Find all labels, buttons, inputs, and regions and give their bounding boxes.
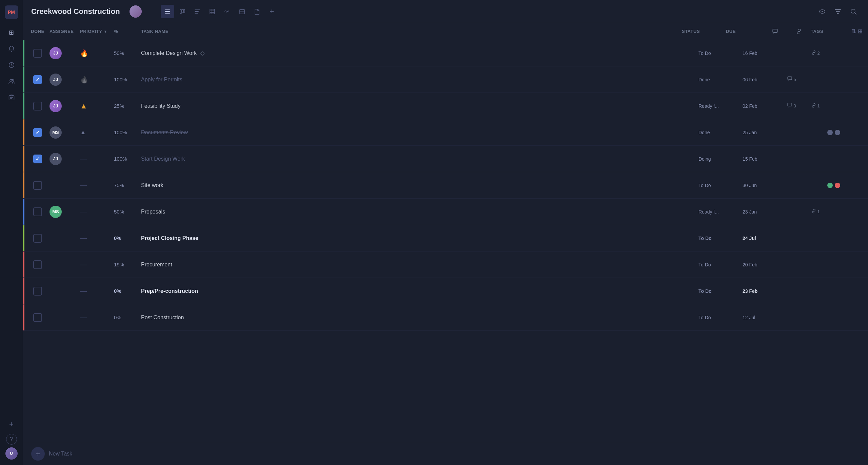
watch-icon[interactable] [816, 5, 829, 18]
task-due-cell[interactable]: 15 Feb [743, 156, 780, 162]
task-checkbox[interactable] [33, 49, 42, 58]
task-assignee-cell: JJ [50, 100, 80, 112]
table-row[interactable]: MS—50%ProposalsReady f...23 Jan1 [23, 199, 868, 225]
task-name-cell[interactable]: Procurement [141, 262, 698, 268]
task-due-cell[interactable]: 12 Jul [743, 315, 780, 320]
task-due-cell[interactable]: 23 Jan [743, 209, 780, 215]
task-name-cell[interactable]: Prep/Pre-construction [141, 288, 698, 294]
task-name-cell[interactable]: Proposals [141, 209, 698, 215]
sidebar-item-home[interactable]: ⊞ [5, 26, 18, 39]
task-checkbox[interactable] [33, 155, 42, 163]
table-row[interactable]: JJ▲25%Feasibility StudyReady f...02 Feb3… [23, 93, 868, 119]
task-due-cell[interactable]: 16 Feb [743, 50, 780, 56]
col-priority[interactable]: PRIORITY ▼ [80, 29, 114, 34]
task-status-cell[interactable]: Done [698, 77, 743, 82]
task-checkbox[interactable] [33, 128, 42, 137]
task-status-cell[interactable]: Ready f... [698, 103, 743, 109]
task-list: JJ🔥50%Complete Design Work ◇To Do16 Feb2… [23, 40, 868, 442]
list-view-button[interactable] [161, 5, 174, 18]
board-view-button[interactable] [176, 5, 189, 18]
add-view-button[interactable]: + [265, 5, 279, 18]
task-checkbox[interactable] [33, 287, 42, 296]
sidebar-item-projects[interactable] [5, 91, 18, 104]
timeline-view-button[interactable] [220, 5, 234, 18]
task-checkbox[interactable] [33, 260, 42, 269]
table-row[interactable]: —0%Prep/Pre-constructionTo Do23 Feb [23, 278, 868, 304]
task-due-cell[interactable]: 20 Feb [743, 262, 780, 267]
task-checkbox[interactable] [33, 207, 42, 216]
task-checkbox[interactable] [33, 313, 42, 322]
task-name-cell[interactable]: Site work [141, 182, 698, 188]
comment-icon [787, 103, 793, 109]
task-status-cell[interactable]: To Do [698, 50, 743, 56]
sidebar-add-icon[interactable]: + [5, 418, 18, 431]
assignee-avatar[interactable]: JJ [50, 100, 62, 112]
task-name-cell[interactable]: Start Design Work [141, 156, 698, 162]
table-row[interactable]: —75%Site workTo Do30 Jun [23, 172, 868, 199]
priority-icon: ▲ [80, 129, 86, 136]
task-name-cell[interactable]: Project Closing Phase [141, 235, 698, 241]
search-button[interactable] [847, 5, 860, 18]
task-due-cell[interactable]: 25 Jan [743, 130, 780, 135]
sidebar-item-users[interactable] [5, 75, 18, 88]
task-name-cell[interactable]: Post Construction [141, 315, 698, 321]
table-row[interactable]: JJ🔥100%Apply for PermitsDone06 Feb5 [23, 66, 868, 93]
task-priority-cell: — [80, 234, 114, 242]
sidebar-help-icon[interactable]: ? [6, 434, 17, 445]
col-tags: TAGS [811, 29, 851, 34]
task-status-cell[interactable]: To Do [698, 315, 743, 320]
table-row[interactable]: —0%Post ConstructionTo Do12 Jul [23, 304, 868, 331]
task-percent-cell: 100% [114, 77, 141, 82]
sort-icon[interactable]: ⇅ [851, 28, 856, 35]
gantt-view-button[interactable] [191, 5, 204, 18]
link-icon [811, 103, 816, 109]
task-status-cell[interactable]: To Do [698, 288, 743, 294]
task-due-cell[interactable]: 06 Feb [743, 77, 780, 82]
task-status-cell[interactable]: To Do [698, 236, 743, 241]
assignee-avatar[interactable]: JJ [50, 153, 62, 165]
task-checkbox[interactable] [33, 102, 42, 110]
user-avatar[interactable]: U [5, 447, 18, 460]
sidebar-item-notifications[interactable] [5, 42, 18, 56]
task-name-cell[interactable]: Feasibility Study [141, 103, 698, 109]
task-status-cell[interactable]: To Do [698, 262, 743, 267]
table-row[interactable]: —19%ProcurementTo Do20 Feb [23, 251, 868, 278]
task-due-cell[interactable]: 24 Jul [743, 236, 780, 241]
task-due-cell[interactable]: 30 Jun [743, 183, 780, 188]
calendar-view-button[interactable] [235, 5, 249, 18]
task-percent-cell: 19% [114, 262, 141, 267]
row-accent-bar [23, 40, 24, 66]
task-name-cell[interactable]: Apply for Permits [141, 77, 698, 83]
filter-options-icon[interactable]: ⊞ [858, 28, 863, 35]
task-checkbox[interactable] [33, 75, 42, 84]
assignee-avatar[interactable]: MS [50, 206, 62, 218]
task-tags-cell [827, 183, 868, 188]
task-status-cell[interactable]: Doing [698, 156, 743, 162]
app-logo: PM [5, 5, 18, 19]
doc-view-button[interactable] [250, 5, 264, 18]
tag-dot [827, 130, 833, 135]
task-name-cell[interactable]: Complete Design Work ◇ [141, 50, 698, 56]
task-status-cell[interactable]: Done [698, 130, 743, 135]
assignee-avatar[interactable]: MS [50, 126, 62, 139]
task-checkbox-cell [26, 75, 50, 84]
task-name-cell[interactable]: Documents Review [141, 129, 698, 136]
task-checkbox[interactable] [33, 234, 42, 243]
svg-rect-8 [182, 9, 183, 12]
assignee-avatar[interactable]: JJ [50, 47, 62, 59]
task-due-cell[interactable]: 23 Feb [743, 288, 780, 294]
table-row[interactable]: —0%Project Closing PhaseTo Do24 Jul [23, 225, 868, 251]
table-row[interactable]: MS▲100%Documents ReviewDone25 Jan [23, 119, 868, 146]
add-task-button[interactable]: + [31, 447, 45, 461]
table-view-button[interactable] [205, 5, 219, 18]
task-status-cell[interactable]: Ready f... [698, 209, 743, 215]
table-row[interactable]: JJ—100%Start Design WorkDoing15 Feb [23, 146, 868, 172]
table-row[interactable]: JJ🔥50%Complete Design Work ◇To Do16 Feb2 [23, 40, 868, 66]
task-percent-cell: 100% [114, 129, 141, 135]
task-checkbox[interactable] [33, 181, 42, 190]
filter-button[interactable] [831, 5, 844, 18]
sidebar-item-time[interactable] [5, 58, 18, 72]
task-status-cell[interactable]: To Do [698, 183, 743, 188]
assignee-avatar[interactable]: JJ [50, 74, 62, 86]
task-due-cell[interactable]: 02 Feb [743, 103, 780, 109]
